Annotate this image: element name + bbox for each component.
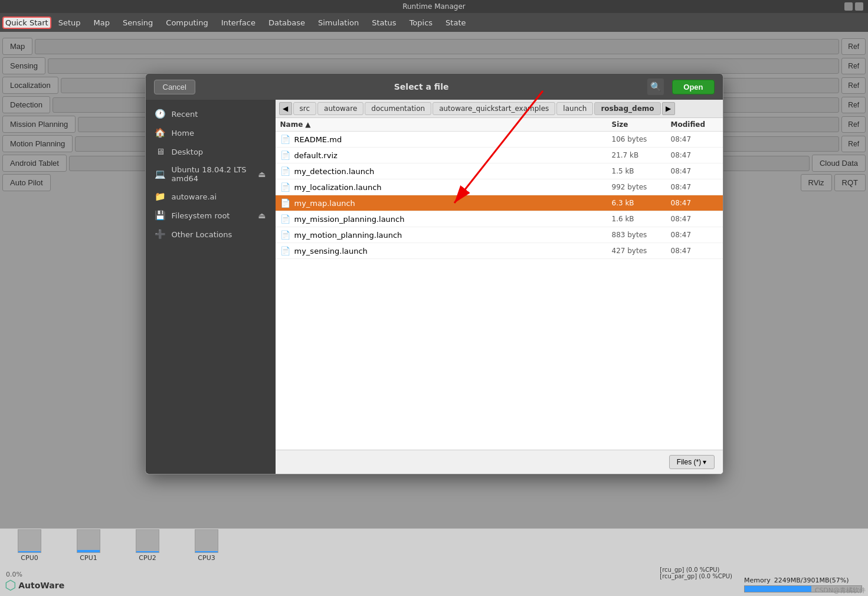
menu-setup[interactable]: Setup — [53, 16, 87, 30]
dialog-overlay: Cancel Select a file 🔍 Open 🕐 Recent 🏠 — [0, 32, 868, 596]
file-row-mission[interactable]: 📄 my_mission_planning.launch 1.6 kB 08:4… — [276, 211, 723, 227]
file-dialog: Cancel Select a file 🔍 Open 🕐 Recent 🏠 — [145, 73, 723, 474]
file-row-rviz[interactable]: 📄 default.rviz 21.7 kB 08:47 — [276, 148, 723, 163]
home-icon: 🏠 — [155, 127, 166, 138]
file-icon-rviz: 📄 — [280, 150, 291, 160]
menu-bar: Quick Start Setup Map Sensing Computing … — [0, 13, 868, 32]
file-modified-motion: 08:47 — [671, 231, 718, 239]
desktop-icon: 🖥 — [155, 146, 166, 157]
path-back-button[interactable]: ◀ — [279, 102, 292, 115]
path-crumb-autoware[interactable]: autoware — [317, 102, 363, 115]
file-modified-detection: 08:47 — [671, 167, 718, 175]
file-row-detection[interactable]: 📄 my_detection.launch 1.5 kB 08:47 — [276, 163, 723, 179]
menu-simulation[interactable]: Simulation — [312, 16, 365, 30]
file-modified-map: 08:47 — [671, 199, 718, 207]
file-row-sensing[interactable]: 📄 my_sensing.launch 427 bytes 08:47 — [276, 243, 723, 259]
sidebar-item-recent[interactable]: 🕐 Recent — [146, 104, 276, 123]
file-icon-localization: 📄 — [280, 182, 291, 192]
file-size-map: 6.3 kB — [612, 199, 671, 207]
sidebar-label-desktop: Desktop — [172, 148, 204, 156]
path-bar: ◀ src autoware documentation autoware_qu… — [276, 100, 723, 118]
file-size-mission: 1.6 kB — [612, 215, 671, 223]
dialog-body: 🕐 Recent 🏠 Home 🖥 Desktop 💻 Ubuntu 18.04… — [146, 100, 723, 474]
file-size-sensing: 427 bytes — [612, 247, 671, 255]
cpu2-label: CPU2 — [139, 554, 156, 562]
sort-arrow: ▲ — [305, 120, 310, 129]
folder-icon-autoware: 📁 — [155, 191, 166, 202]
dialog-sidebar: 🕐 Recent 🏠 Home 🖥 Desktop 💻 Ubuntu 18.04… — [146, 100, 276, 474]
memory-label: Memory — [744, 577, 771, 584]
sidebar-label-home: Home — [172, 129, 194, 137]
file-row-motion[interactable]: 📄 my_motion_planning.launch 883 bytes 08… — [276, 227, 723, 243]
sidebar-label-filesystem: Filesystem root — [172, 211, 230, 220]
file-name-localization: my_localization.launch — [294, 183, 612, 192]
sidebar-item-desktop[interactable]: 🖥 Desktop — [146, 142, 276, 161]
open-button[interactable]: Open — [672, 80, 714, 94]
column-modified[interactable]: Modified — [671, 120, 718, 129]
path-crumb-rosbag[interactable]: rosbag_demo — [594, 102, 660, 115]
path-forward-button[interactable]: ▶ — [662, 102, 675, 115]
file-name-mission: my_mission_planning.launch — [294, 215, 612, 224]
sidebar-item-ubuntu[interactable]: 💻 Ubuntu 18.04.2 LTS amd64 ⏏ — [146, 161, 276, 187]
maximize-icon[interactable] — [855, 2, 863, 11]
sidebar-item-autoware[interactable]: 📁 autoware.ai — [146, 187, 276, 206]
sidebar-label-recent: Recent — [172, 110, 198, 119]
menu-quickstart[interactable]: Quick Start — [2, 17, 51, 29]
title-bar: Runtime Manager — [0, 0, 868, 13]
cpu3-label: CPU3 — [198, 554, 215, 562]
main-area: Map Ref Sensing Ref Localization Ref Det… — [0, 32, 868, 596]
menu-computing[interactable]: Computing — [160, 16, 214, 30]
file-size-motion: 883 bytes — [612, 231, 671, 239]
file-icon-map: 📄 — [280, 198, 291, 208]
menu-sensing[interactable]: Sensing — [117, 16, 159, 30]
sidebar-item-home[interactable]: 🏠 Home — [146, 123, 276, 142]
path-crumb-quickstart[interactable]: autoware_quickstart_examples — [433, 102, 555, 115]
cpu-info: [rcu_gp] (0.0 %CPU) [rcu_par_gp] (0.0 %C… — [660, 566, 732, 579]
app-title: Runtime Manager — [402, 2, 466, 11]
menu-status[interactable]: Status — [366, 16, 402, 30]
file-name-detection: my_detection.launch — [294, 167, 612, 176]
menu-map[interactable]: Map — [88, 16, 116, 30]
column-name[interactable]: Name ▲ — [280, 120, 612, 129]
drive-icon: 💻 — [155, 169, 166, 179]
file-name-rviz: default.rviz — [294, 151, 612, 160]
menu-database[interactable]: Database — [263, 16, 311, 30]
sidebar-label-other: Other Locations — [172, 230, 232, 239]
menu-topics[interactable]: Topics — [404, 16, 438, 30]
file-name-readme: README.md — [294, 135, 612, 144]
filesystem-icon: 💾 — [155, 210, 166, 221]
file-icon-detection: 📄 — [280, 166, 291, 176]
csdn-watermark: CSDN@青橘软件 — [815, 586, 866, 595]
column-size[interactable]: Size — [612, 120, 671, 129]
eject-icon-ubuntu[interactable]: ⏏ — [258, 169, 266, 179]
file-list: 📄 README.md 106 bytes 08:47 📄 default.rv… — [276, 132, 723, 450]
menu-interface[interactable]: Interface — [215, 16, 261, 30]
file-row-map[interactable]: 📄 my_map.launch 6.3 kB 08:47 — [276, 195, 723, 211]
file-size-detection: 1.5 kB — [612, 167, 671, 175]
minimize-icon[interactable] — [844, 2, 853, 11]
menu-state[interactable]: State — [440, 16, 471, 30]
file-modified-sensing: 08:47 — [671, 247, 718, 255]
plus-icon: ➕ — [155, 229, 166, 240]
eject-icon-fs[interactable]: ⏏ — [258, 211, 266, 220]
sidebar-item-other-locations[interactable]: ➕ Other Locations — [146, 225, 276, 244]
search-icon[interactable]: 🔍 — [647, 78, 664, 95]
file-icon-mission: 📄 — [280, 214, 291, 224]
autoware-icon: ⬡ — [5, 578, 16, 592]
file-size-readme: 106 bytes — [612, 135, 671, 143]
cpu1-label: CPU1 — [80, 554, 97, 562]
files-filter-button[interactable]: Files (*) ▾ — [669, 455, 715, 469]
sidebar-label-ubuntu: Ubuntu 18.04.2 LTS amd64 — [172, 165, 253, 183]
autoware-text: AutoWare — [18, 581, 64, 590]
file-row-localization[interactable]: 📄 my_localization.launch 992 bytes 08:47 — [276, 179, 723, 195]
sidebar-item-filesystem[interactable]: 💾 Filesystem root ⏏ — [146, 206, 276, 225]
file-size-rviz: 21.7 kB — [612, 151, 671, 159]
file-row-readme[interactable]: 📄 README.md 106 bytes 08:47 — [276, 132, 723, 148]
recent-icon: 🕐 — [155, 109, 166, 119]
path-crumb-documentation[interactable]: documentation — [365, 102, 431, 115]
path-crumb-launch[interactable]: launch — [556, 102, 593, 115]
file-icon-sensing: 📄 — [280, 246, 291, 256]
cancel-button[interactable]: Cancel — [154, 80, 195, 94]
path-crumb-src[interactable]: src — [293, 102, 317, 115]
file-modified-rviz: 08:47 — [671, 151, 718, 159]
